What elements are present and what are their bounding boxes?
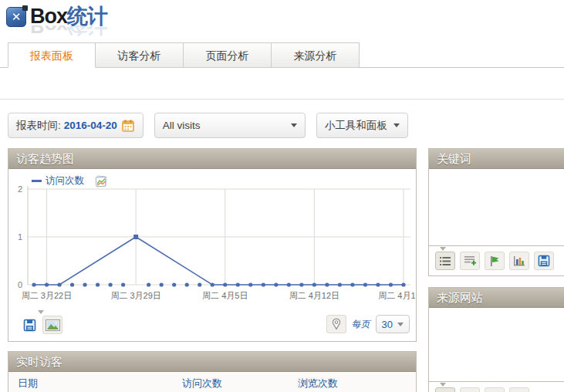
legend-series-label: 访问次数 <box>46 174 84 188</box>
svg-text:周二 3月29日: 周二 3月29日 <box>110 291 160 300</box>
bar-chart-button[interactable] <box>509 252 529 270</box>
column-header-date[interactable]: 日期 <box>18 377 182 390</box>
app-logo[interactable]: ✕ Box统计 <box>6 5 107 28</box>
referrer-websites-footer <box>429 381 564 392</box>
table-view-button[interactable] <box>435 252 455 270</box>
chart-footer: 每页 30 <box>8 309 416 341</box>
expand-triangle-icon[interactable] <box>440 247 446 251</box>
svg-text:1: 1 <box>18 232 22 242</box>
chevron-down-icon <box>397 323 404 326</box>
svg-text:2: 2 <box>18 184 22 194</box>
chevron-down-icon <box>393 123 400 127</box>
list-icon <box>439 256 451 266</box>
export-floppy-icon <box>538 255 550 267</box>
date-label: 报表时间: <box>16 119 61 133</box>
referrer-websites-body <box>429 308 564 381</box>
keywords-title[interactable]: 关键词 <box>429 149 564 169</box>
widgets-and-dashboard-button[interactable]: 小工具和面板 <box>316 113 408 138</box>
logo-x-icon: ✕ <box>6 7 26 27</box>
date-range-button[interactable]: 报表时间: 2016-04-20 <box>8 113 144 138</box>
chart-legend: 访问次数 <box>32 174 108 188</box>
export-image-button[interactable] <box>42 316 62 334</box>
export-floppy-icon <box>23 319 36 332</box>
segment-selected-value: All visits <box>163 120 201 131</box>
flag-icon <box>489 255 500 267</box>
table-view-button[interactable] <box>435 387 455 392</box>
referrer-websites-widget: 来源网站 <box>428 287 564 392</box>
all-columns-button[interactable] <box>460 252 480 270</box>
svg-text:周二 3月22日: 周二 3月22日 <box>22 291 72 300</box>
location-pin-icon <box>332 318 341 330</box>
realtime-visitors-widget: 实时访客 日期 访问次数 浏览次数 <box>8 351 417 392</box>
app-title-accent: 统计 <box>67 5 107 28</box>
bar-chart-button[interactable] <box>509 387 529 392</box>
widgets-button-label: 小工具和面板 <box>325 119 387 133</box>
visitor-trend-title[interactable]: 访客趋势图 <box>8 149 416 169</box>
report-toolbar: 报表时间: 2016-04-20 All visits 小工具和面板 <box>8 113 408 138</box>
keywords-widget: 关键词 <box>428 148 564 276</box>
app-title-bold: Box <box>30 5 67 28</box>
tab-report-dashboard[interactable]: 报表面板 <box>8 42 96 68</box>
calendar-icon <box>122 120 135 132</box>
expand-triangle-icon[interactable] <box>440 383 446 387</box>
chart-type-icon[interactable] <box>95 175 108 188</box>
table-plus-icon <box>464 255 476 266</box>
svg-text:周二 4月12日: 周二 4月12日 <box>289 291 339 300</box>
realtime-table-header-row: 日期 访问次数 浏览次数 <box>8 372 416 392</box>
export-data-button[interactable] <box>19 316 39 334</box>
realtime-visitors-title[interactable]: 实时访客 <box>8 352 416 372</box>
app-title: Box统计 <box>30 5 107 28</box>
main-nav-tabbar: 报表面板 访客分析 页面分析 来源分析 <box>0 42 564 68</box>
date-value: 2016-04-20 <box>64 120 117 131</box>
chart-footer-controls: 每页 30 <box>326 315 410 333</box>
rows-per-page-select[interactable]: 30 <box>376 315 410 333</box>
trend-line-plot[interactable]: 012周二 3月22日周二 3月29日周二 4月5日周二 4月12日周二 4月1… <box>8 169 416 309</box>
column-header-pageviews[interactable]: 浏览次数 <box>298 377 416 390</box>
svg-text:周二 4月19日: 周二 4月19日 <box>378 291 416 300</box>
rows-per-page-label: 每页 <box>352 318 370 331</box>
expand-triangle-icon[interactable] <box>38 310 44 314</box>
legend-line-swatch <box>32 180 42 182</box>
goals-button[interactable] <box>485 387 505 392</box>
tab-referrer-analysis[interactable]: 来源分析 <box>272 42 360 68</box>
chevron-down-icon <box>291 123 297 127</box>
referrer-websites-title[interactable]: 来源网站 <box>429 288 564 308</box>
image-icon <box>46 319 60 331</box>
annotations-button[interactable] <box>326 315 346 333</box>
visitor-trend-widget: 访客趋势图 访问次数 012周二 3月22日周二 3月29日周二 4月5日周二 … <box>8 148 417 342</box>
all-columns-button[interactable] <box>460 387 480 392</box>
column-header-visits[interactable]: 访问次数 <box>182 377 298 390</box>
bar-chart-icon <box>513 255 525 266</box>
visitor-trend-chart: 访问次数 012周二 3月22日周二 3月29日周二 4月5日周二 4月12日周… <box>8 169 416 309</box>
tab-page-analysis[interactable]: 页面分析 <box>184 42 272 68</box>
rows-per-page-value: 30 <box>382 319 393 330</box>
export-button[interactable] <box>534 252 554 270</box>
tab-visitor-analysis[interactable]: 访客分析 <box>96 42 184 68</box>
header-divider <box>0 99 564 100</box>
keywords-body <box>429 169 564 245</box>
segment-selector[interactable]: All visits <box>154 113 306 138</box>
svg-text:周二 4月5日: 周二 4月5日 <box>202 291 248 300</box>
goals-button[interactable] <box>485 252 505 270</box>
svg-text:0: 0 <box>18 280 22 289</box>
keywords-footer <box>429 245 564 270</box>
